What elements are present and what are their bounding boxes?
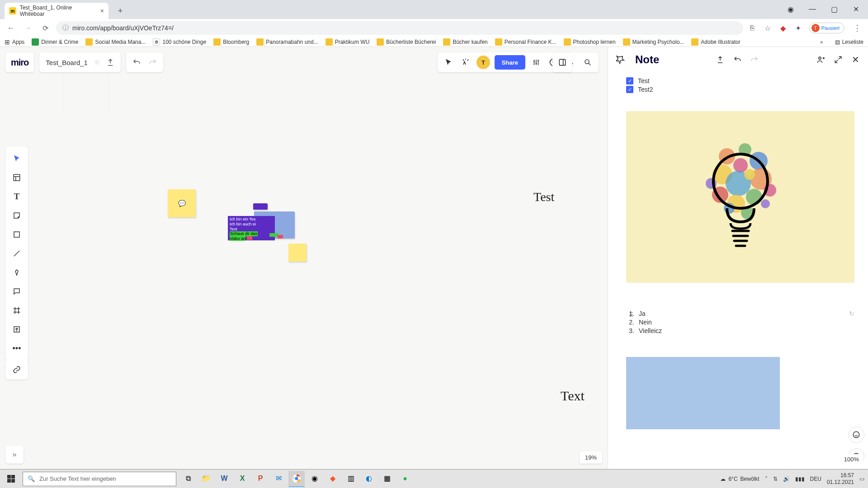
extensions-icon[interactable]: ✦	[794, 23, 803, 33]
canvas-text-text[interactable]: Text	[561, 388, 585, 404]
chrome-icon[interactable]	[288, 471, 305, 487]
checklist-item[interactable]: ✓Test	[626, 77, 854, 84]
pen-tool[interactable]	[8, 264, 25, 281]
checkbox-checked-icon[interactable]: ✓	[626, 86, 633, 93]
red-chip[interactable]	[278, 235, 283, 239]
line-tool[interactable]	[8, 245, 25, 262]
bookmark-item[interactable]: Bücherliste Bücherei	[377, 38, 436, 46]
close-window-button[interactable]: ✕	[845, 2, 866, 16]
cursor-mode-icon[interactable]	[442, 56, 455, 69]
new-tab-button[interactable]: +	[114, 5, 127, 17]
site-info-icon[interactable]: ⓘ	[62, 24, 69, 32]
block-sync-icon[interactable]: ↻	[849, 310, 854, 317]
note-close-icon[interactable]: ✕	[850, 54, 861, 65]
volume-icon[interactable]: 🔊	[783, 476, 790, 482]
excel-icon[interactable]: X	[234, 471, 250, 487]
edge-icon[interactable]: ◐	[361, 471, 377, 487]
bookmark-item[interactable]: Personal Finance K...	[495, 38, 557, 46]
settings-sliders-icon[interactable]	[530, 56, 542, 69]
bookmark-item[interactable]: Marketing Psycholo...	[623, 38, 684, 46]
sticky-tool[interactable]	[8, 207, 25, 224]
more-tools[interactable]: •••	[8, 340, 25, 357]
comment-tool[interactable]	[8, 283, 25, 300]
powerpoint-icon[interactable]: P	[252, 471, 269, 487]
checkbox-checked-icon[interactable]: ✓	[626, 77, 633, 84]
block-drag-handle-icon[interactable]: ⠿	[629, 311, 633, 319]
forward-button[interactable]: →	[22, 22, 34, 34]
note-feedback-icon[interactable]	[848, 427, 864, 443]
minimize-button[interactable]: —	[802, 2, 823, 16]
note-expand-icon[interactable]	[833, 54, 844, 65]
canvas-text-test[interactable]: Test	[533, 190, 554, 204]
apps-shortcut[interactable]: ⊞Apps	[5, 38, 24, 46]
bookmark-item[interactable]: Dinner & Crime	[32, 38, 78, 46]
translate-icon[interactable]: ⎘	[748, 23, 757, 33]
upload-tool[interactable]	[8, 321, 25, 338]
account-status-icon[interactable]: ◉	[780, 2, 801, 16]
bookmark-item[interactable]: B100 schöne Dinge	[153, 38, 206, 46]
obs-icon[interactable]: ◉	[307, 471, 323, 487]
select-tool[interactable]	[8, 150, 25, 167]
user-avatar[interactable]: T	[476, 56, 490, 69]
bookmark-star-icon[interactable]: ☆	[763, 23, 772, 33]
board-name[interactable]: Test_Board_1	[46, 59, 88, 66]
weather-widget[interactable]: ☁ 6°C Bewölkt	[720, 476, 759, 482]
spotify-icon[interactable]: ●	[397, 471, 413, 487]
battery-icon[interactable]: ▮▮▮	[795, 476, 805, 482]
templates-tool[interactable]	[8, 169, 25, 186]
language-indicator[interactable]: DEU	[810, 476, 821, 482]
list-item[interactable]: 1.Ja	[626, 310, 854, 317]
note-image-lightbulb[interactable]	[626, 111, 854, 283]
bookmark-item[interactable]: Praktikum WU	[326, 38, 370, 46]
favorite-star-icon[interactable]: ☆	[94, 58, 100, 66]
share-button[interactable]: Share	[495, 55, 525, 70]
search-icon[interactable]	[581, 56, 594, 69]
note-blue-block[interactable]	[626, 357, 780, 429]
pin-icon[interactable]	[615, 54, 626, 65]
export-icon[interactable]	[106, 58, 114, 66]
canvas-zoom-level[interactable]: 19%	[580, 451, 602, 464]
note-undo-icon[interactable]	[732, 54, 743, 65]
app-icon[interactable]: ▦	[379, 471, 395, 487]
purple-card[interactable]	[253, 203, 268, 210]
note-export-icon[interactable]	[715, 54, 726, 65]
green-chip[interactable]	[269, 233, 278, 237]
notifications-tray-icon[interactable]: ▭	[859, 476, 864, 482]
ordered-list[interactable]: ⠿ ↻ 1.Ja 2.Nein 3.Vielleicz	[626, 310, 854, 334]
list-item[interactable]: 3.Vielleicz	[626, 327, 854, 334]
bookmark-item[interactable]: Photoshop lernen	[564, 38, 616, 46]
reload-button[interactable]: ⟳	[39, 22, 52, 34]
bookmarks-overflow-icon[interactable]: »	[820, 39, 823, 45]
shape-tool[interactable]	[8, 226, 25, 243]
reading-list-button[interactable]: ▤Leseliste	[835, 39, 863, 45]
profile-paused-badge[interactable]: T Pausiert	[809, 23, 844, 33]
bookmark-item[interactable]: Adobe Illustrator	[691, 38, 740, 46]
list-item[interactable]: 2.Nein	[626, 319, 854, 326]
note-collab-icon[interactable]	[816, 54, 826, 65]
wifi-icon[interactable]: ⇅	[773, 476, 778, 482]
miro-logo[interactable]: miro	[5, 52, 34, 72]
note-body[interactable]: ✓Test ✓Test2	[608, 72, 868, 469]
text-tool[interactable]: T	[8, 188, 25, 205]
bookmark-item[interactable]: Panoramabahn und...	[256, 38, 318, 46]
link-tool[interactable]	[8, 361, 25, 378]
bookmark-item[interactable]: Social Media Mana...	[85, 38, 146, 46]
back-button[interactable]: ←	[5, 22, 17, 34]
word-icon[interactable]: W	[216, 471, 232, 487]
browser-tab[interactable]: m Test_Board_1, Online Whiteboar ×	[5, 3, 108, 19]
miro-canvas[interactable]: 💬 Ich bin ein Tes Ich bin auch ei Text S…	[0, 47, 608, 469]
reactions-icon[interactable]	[459, 56, 472, 69]
browser-menu-button[interactable]: ⋮	[851, 23, 863, 33]
brave-icon[interactable]: ◆	[325, 471, 341, 487]
note-zoom-level[interactable]: 100%	[840, 454, 863, 465]
maximize-button[interactable]: ▢	[824, 2, 844, 16]
sticky-note-yellow-2[interactable]	[288, 244, 307, 262]
close-tab-icon[interactable]: ×	[100, 7, 104, 14]
address-bar[interactable]: ⓘ miro.com/app/board/uXjVOeTrz74=/	[56, 21, 743, 35]
bookmark-item[interactable]: Bücher kaufen	[443, 38, 487, 46]
sticky-note-yellow-1[interactable]: 💬	[168, 189, 196, 217]
note-redo-icon[interactable]	[749, 54, 760, 65]
task-view-icon[interactable]: ⧉	[180, 471, 196, 487]
checklist-item[interactable]: ✓Test2	[626, 86, 854, 93]
expand-minimap-button[interactable]: »	[5, 446, 24, 464]
